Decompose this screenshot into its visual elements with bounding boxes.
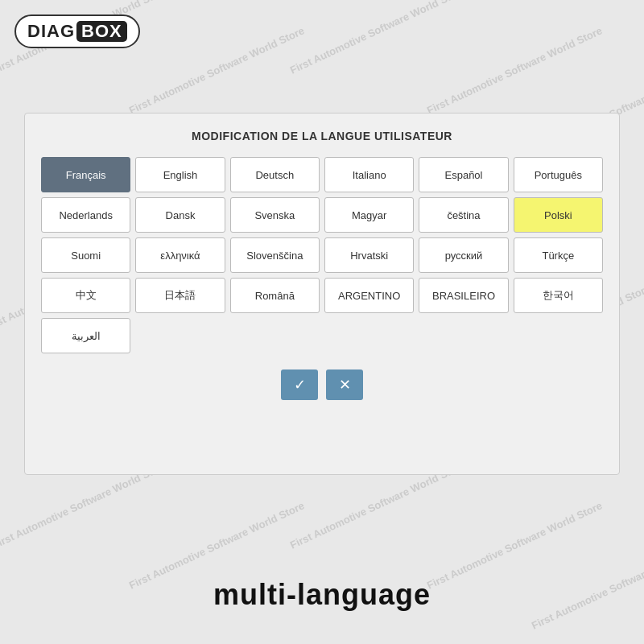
lang-btn-magyar[interactable]: Magyar (324, 197, 414, 233)
logo-box-text: BOX (76, 21, 127, 42)
lang-btn-korean[interactable]: 한국어 (514, 278, 603, 313)
lang-btn-slovenscina[interactable]: Slovenščina (230, 237, 320, 273)
lang-btn-brasileiro[interactable]: BRASILEIRO (419, 278, 508, 313)
bottom-label: multi-language (0, 578, 644, 612)
language-grid: FrançaisEnglishDeutschItalianoEspañolPor… (41, 157, 603, 353)
lang-btn-hrvatski[interactable]: Hrvatski (324, 237, 414, 273)
logo: DIAG BOX (14, 14, 140, 48)
lang-btn-nederlands[interactable]: Nederlands (41, 197, 130, 233)
lang-btn-romana[interactable]: Română (230, 278, 320, 313)
lang-btn-portugues[interactable]: Português (514, 157, 603, 192)
action-buttons: ✓ ✕ (281, 369, 363, 400)
lang-btn-chinese[interactable]: 中文 (41, 278, 130, 313)
dialog-title: MODIFICATION DE LA LANGUE UTILISATEUR (192, 130, 452, 142)
cancel-button[interactable]: ✕ (326, 369, 363, 400)
lang-btn-english[interactable]: English (135, 157, 225, 192)
lang-btn-espanol[interactable]: Español (419, 157, 508, 192)
lang-btn-argentino[interactable]: ARGENTINO (324, 278, 414, 313)
lang-btn-japanese[interactable]: 日本語 (135, 278, 225, 313)
lang-btn-polski[interactable]: Polski (514, 197, 603, 233)
logo-box: DIAG BOX (14, 14, 140, 48)
logo-diag-text: DIAG (27, 21, 75, 42)
confirm-button[interactable]: ✓ (281, 369, 318, 400)
language-dialog: MODIFICATION DE LA LANGUE UTILISATEUR Fr… (24, 113, 620, 475)
lang-btn-russian[interactable]: русский (419, 237, 508, 273)
lang-btn-dansk[interactable]: Dansk (135, 197, 225, 233)
lang-btn-suomi[interactable]: Suomi (41, 237, 130, 273)
lang-btn-svenska[interactable]: Svenska (230, 197, 320, 233)
lang-btn-italiano[interactable]: Italiano (324, 157, 414, 192)
lang-btn-cestina[interactable]: čeština (419, 197, 508, 233)
lang-btn-arabic[interactable]: العربية (41, 318, 130, 353)
lang-btn-turkce[interactable]: Türkçe (514, 237, 603, 273)
lang-btn-deutsch[interactable]: Deutsch (230, 157, 320, 192)
lang-btn-ellinika[interactable]: ελληνικά (135, 237, 225, 273)
lang-btn-francais[interactable]: Français (41, 157, 130, 192)
